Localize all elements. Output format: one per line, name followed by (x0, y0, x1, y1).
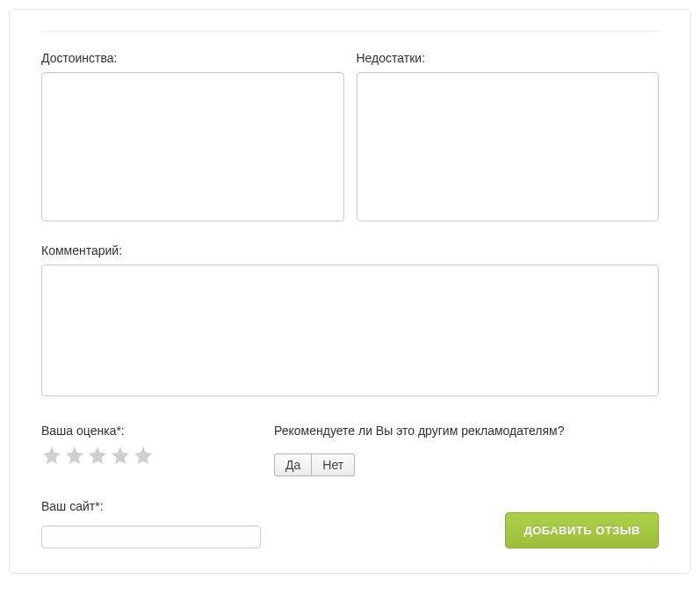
star-icon[interactable] (87, 445, 108, 466)
pros-textarea[interactable] (41, 72, 344, 221)
star-icon[interactable] (110, 445, 131, 466)
submit-button[interactable]: ДОБАВИТЬ ОТЗЫВ (505, 512, 659, 548)
cons-label: Недостатки: (357, 51, 660, 65)
comment-textarea[interactable] (41, 265, 659, 396)
site-block: Ваш сайт*: (41, 499, 274, 548)
review-form-card: Достоинства: Недостатки: Комментарий: Ва… (9, 9, 691, 574)
star-icon[interactable] (64, 445, 85, 466)
cons-textarea[interactable] (357, 72, 660, 221)
site-label: Ваш сайт*: (41, 499, 274, 513)
comment-block: Комментарий: (41, 243, 659, 399)
rating-recommend-row: Ваша оценка*: Рекомендуете ли Вы это дру… (41, 424, 659, 476)
rating-stars (41, 445, 274, 466)
rating-block: Ваша оценка*: (41, 424, 274, 466)
site-input[interactable] (41, 526, 261, 548)
recommend-block: Рекомендуете ли Вы это другим рекламодат… (274, 424, 659, 476)
recommend-no-button[interactable]: Нет (312, 453, 355, 476)
pros-label: Достоинства: (41, 51, 344, 65)
cons-column: Недостатки: (357, 51, 660, 224)
star-icon[interactable] (133, 445, 154, 466)
recommend-toggle: Да Нет (274, 453, 355, 476)
recommend-yes-button[interactable]: Да (274, 453, 312, 476)
star-icon[interactable] (41, 445, 62, 466)
pros-column: Достоинства: (41, 51, 344, 224)
submit-wrap: ДОБАВИТЬ ОТЗЫВ (274, 512, 659, 548)
site-submit-row: Ваш сайт*: ДОБАВИТЬ ОТЗЫВ (41, 499, 659, 548)
recommend-label: Рекомендуете ли Вы это другим рекламодат… (274, 424, 659, 438)
rating-label: Ваша оценка*: (41, 424, 274, 438)
divider (41, 31, 659, 32)
comment-label: Комментарий: (41, 243, 659, 257)
pros-cons-row: Достоинства: Недостатки: (41, 51, 659, 224)
